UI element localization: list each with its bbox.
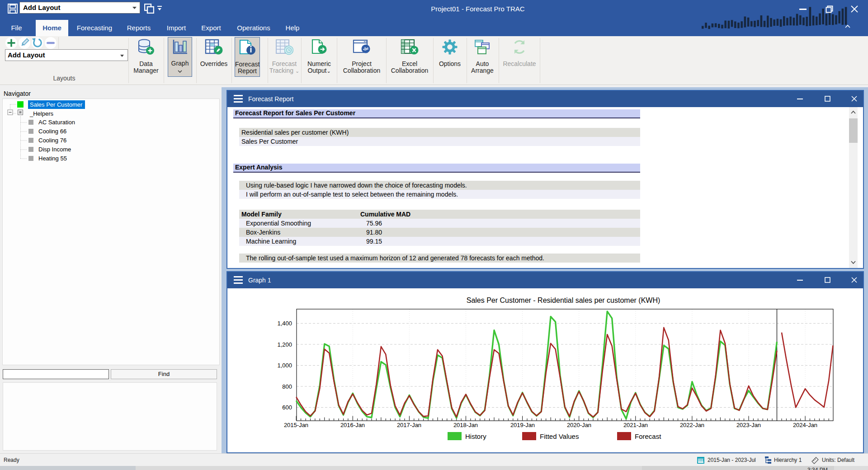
svg-text:800: 800 bbox=[282, 383, 292, 390]
svg-text:History: History bbox=[465, 432, 486, 440]
svg-text:2019-Jan: 2019-Jan bbox=[510, 422, 535, 428]
svg-text:Disp Income: Disp Income bbox=[38, 146, 71, 153]
svg-text:2021-Jan: 2021-Jan bbox=[623, 422, 648, 428]
svg-text:Cooling 76: Cooling 76 bbox=[38, 137, 66, 144]
svg-text:Cooling 66: Cooling 66 bbox=[38, 128, 66, 135]
svg-text:2023-Jan: 2023-Jan bbox=[736, 422, 761, 428]
svg-text:600: 600 bbox=[282, 404, 292, 411]
svg-text:2017-Jan: 2017-Jan bbox=[397, 422, 421, 428]
svg-text:2018-Jan: 2018-Jan bbox=[453, 422, 478, 428]
svg-text:2022-Jan: 2022-Jan bbox=[680, 422, 704, 428]
svg-text:1,200: 1,200 bbox=[277, 341, 292, 348]
svg-text:Sales Per Customer: Sales Per Customer bbox=[30, 101, 83, 108]
svg-text:Sales Per Customer - Residenti: Sales Per Customer - Residential sales p… bbox=[467, 296, 660, 304]
svg-text:Forecast: Forecast bbox=[635, 432, 661, 440]
svg-text:1,000: 1,000 bbox=[277, 362, 292, 369]
svg-text:_Helpers: _Helpers bbox=[29, 110, 54, 117]
svg-text:2016-Jan: 2016-Jan bbox=[340, 422, 365, 428]
svg-text:2024-Jan: 2024-Jan bbox=[793, 422, 817, 428]
svg-text:2020-Jan: 2020-Jan bbox=[567, 422, 591, 428]
svg-text:Fitted Values: Fitted Values bbox=[540, 432, 579, 440]
svg-text:AC Saturation: AC Saturation bbox=[38, 119, 75, 126]
svg-text:1,400: 1,400 bbox=[277, 320, 292, 327]
svg-text:2015-Jan: 2015-Jan bbox=[284, 422, 308, 428]
svg-text:Heating 55: Heating 55 bbox=[38, 155, 67, 162]
